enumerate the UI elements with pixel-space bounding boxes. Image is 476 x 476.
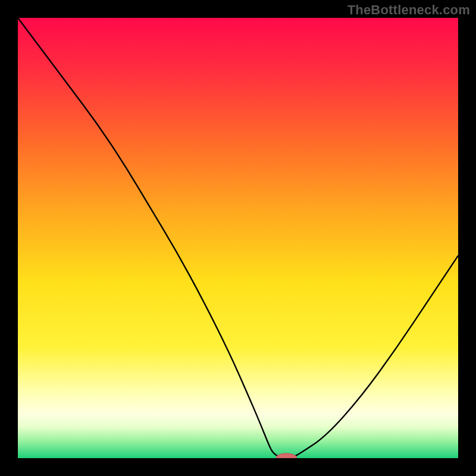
plot-area [18,18,458,458]
bottleneck-chart [18,18,458,458]
gradient-background [18,18,458,458]
watermark-text: TheBottleneck.com [347,2,470,18]
chart-frame: TheBottleneck.com [0,0,476,476]
